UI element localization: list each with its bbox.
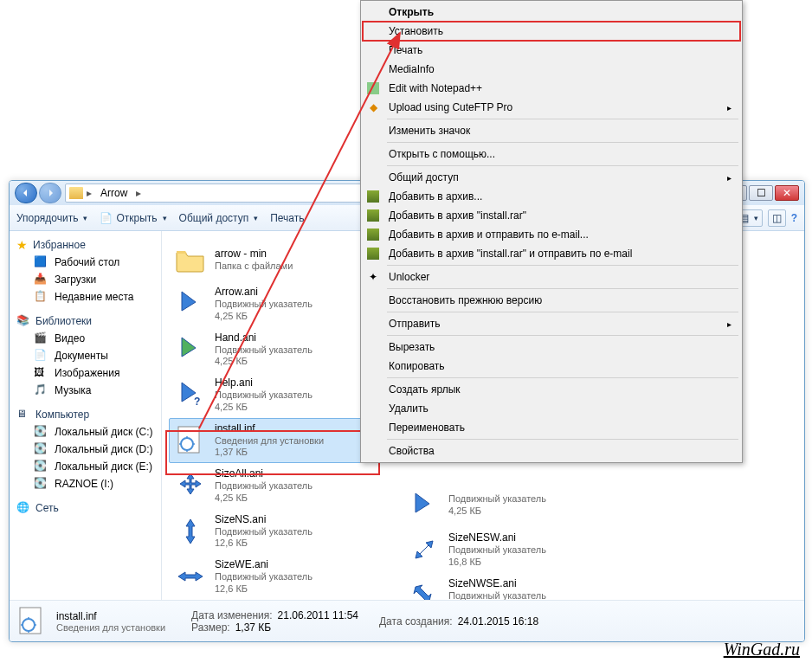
rar-icon — [366, 228, 380, 241]
file-tile[interactable]: arrow - min Папка с файлами — [169, 238, 377, 281]
favorites-header[interactable]: ★Избранное — [10, 236, 161, 254]
submenu-arrow-icon: ▸ — [727, 103, 731, 113]
menu-item[interactable]: Печать — [363, 41, 740, 60]
rar-icon — [366, 190, 380, 203]
menu-item[interactable]: Открыть с помощью... — [363, 145, 740, 164]
menu-item[interactable]: Свойства — [363, 441, 740, 460]
drive-icon: 💽 — [34, 460, 48, 473]
file-tile[interactable]: ? Help.ani Подвижный указатель 4,25 КБ — [169, 372, 377, 418]
menu-item[interactable]: Добавить в архив и отправить по e-mail..… — [363, 225, 740, 244]
menu-item[interactable]: ◆ Upload using CuteFTP Pro ▸ — [363, 98, 740, 117]
menu-item[interactable]: Восстановить прежнюю версию — [363, 291, 740, 310]
nav-music[interactable]: 🎵Музыка — [10, 382, 161, 399]
menu-item[interactable]: Создать ярлык — [363, 380, 740, 399]
file-icon — [407, 488, 441, 523]
file-tile[interactable]: SizeWE.ani Подвижный указатель 12,6 КБ — [169, 554, 377, 600]
nav-downloads[interactable]: 📥Загрузки — [10, 271, 161, 288]
menu-item[interactable]: Установить — [363, 22, 740, 41]
watermark: WinGad.ru — [724, 640, 800, 660]
open-button[interactable]: 📄Открыть — [100, 212, 166, 224]
menu-item-label: Вырезать — [389, 341, 435, 353]
file-name: SizeNWSE.ani — [448, 577, 546, 590]
menu-item[interactable]: Копировать — [363, 357, 740, 376]
file-tile[interactable]: SizeNESW.ani Подвижный указатель 16,8 КБ — [403, 527, 610, 573]
file-size: 4,25 КБ — [448, 505, 546, 518]
drive-icon: 💽 — [34, 425, 48, 439]
computer-header[interactable]: 🖥Компьютер — [10, 406, 161, 423]
file-tile[interactable]: SizeAll.ani Подвижный указатель 4,25 КБ — [169, 463, 377, 509]
nav-desktop[interactable]: 🟦Рабочий стол — [10, 254, 161, 271]
menu-item-label: Создать ярлык — [389, 383, 461, 396]
menu-item-label: Unlocker — [389, 271, 429, 283]
nav-drive-c[interactable]: 💽Локальный диск (C:) — [10, 423, 161, 441]
file-name: SizeNESW.ani — [448, 531, 546, 544]
help-button[interactable]: ? — [791, 212, 797, 224]
menu-item[interactable]: MediaInfo — [363, 60, 740, 79]
submenu-arrow-icon: ▸ — [727, 319, 731, 329]
menu-item[interactable]: Добавить в архив "install.rar" — [363, 206, 740, 225]
nav-pictures[interactable]: 🖼Изображения — [10, 364, 161, 382]
menu-separator — [387, 312, 738, 312]
nav-videos[interactable]: 🎬Видео — [10, 330, 161, 347]
network-header[interactable]: 🌐Сеть — [10, 499, 161, 517]
music-icon: 🎵 — [34, 383, 48, 397]
menu-item[interactable]: Открыть — [363, 3, 740, 22]
file-name: SizeAll.ani — [215, 467, 313, 480]
nav-back-button[interactable] — [15, 183, 37, 203]
preview-pane-button[interactable]: ◫ — [768, 209, 786, 227]
file-tile[interactable]: Arrow.ani Подвижный указатель 4,25 КБ — [169, 281, 377, 327]
nav-drive-d[interactable]: 💽Локальный диск (D:) — [10, 441, 161, 458]
drive-icon: 💽 — [34, 477, 48, 491]
file-size: 16,8 КБ — [448, 557, 546, 569]
nav-drive-e[interactable]: 💽Локальный диск (E:) — [10, 458, 161, 475]
print-button[interactable]: Печать — [270, 212, 304, 224]
menu-item[interactable]: Добавить в архив "install.rar" и отправи… — [363, 244, 740, 263]
file-tile[interactable]: Подвижный указатель 4,25 КБ — [403, 484, 610, 527]
file-name: install.inf — [215, 422, 324, 435]
svg-rect-3 — [20, 608, 41, 634]
menu-separator — [387, 119, 738, 119]
file-icon — [173, 286, 208, 321]
file-size: 12,6 КБ — [215, 583, 313, 595]
file-type: Подвижный указатель — [215, 299, 313, 311]
file-size: 12,6 КБ — [215, 537, 313, 550]
file-tile[interactable]: install.inf Сведения для установки 1,37 … — [169, 418, 377, 464]
menu-item[interactable]: Добавить в архив... — [363, 187, 740, 206]
file-name: Arrow.ani — [215, 286, 313, 299]
menu-item[interactable]: Удалить — [363, 399, 740, 418]
inf-file-icon — [16, 606, 48, 637]
menu-item[interactable]: ✦ Unlocker — [363, 267, 740, 286]
organize-button[interactable]: Упорядочить — [16, 212, 87, 224]
file-tile[interactable]: SizeNWSE.ani Подвижный указатель 16,8 КБ — [403, 573, 610, 601]
breadcrumb[interactable]: Arrow — [95, 187, 132, 199]
menu-item[interactable]: Отправить ▸ — [363, 314, 740, 333]
context-menu: Открыть Установить Печать MediaInfo Edit… — [360, 0, 743, 463]
menu-item[interactable]: Вырезать — [363, 338, 740, 357]
inf-icon: 📄 — [100, 212, 113, 224]
rar-icon — [366, 247, 380, 261]
maximize-button[interactable]: ☐ — [749, 185, 773, 201]
share-button[interactable]: Общий доступ — [179, 212, 259, 224]
menu-item[interactable]: Edit with Notepad++ — [363, 79, 740, 98]
menu-item[interactable]: Общий доступ ▸ — [363, 168, 740, 187]
nav-forward-button[interactable] — [39, 183, 61, 203]
star-icon: ★ — [16, 238, 28, 252]
menu-item-label: Восстановить прежнюю версию — [389, 294, 542, 306]
details-filename: install.inf — [56, 610, 165, 622]
file-tile[interactable]: SizeNS.ani Подвижный указатель 12,6 КБ — [169, 509, 377, 555]
nav-drive-i[interactable]: 💽RAZNOE (I:) — [10, 475, 161, 492]
menu-item-label: Добавить в архив "install.rar" — [389, 209, 526, 222]
nav-recent[interactable]: 📋Недавние места — [10, 288, 161, 306]
file-name: SizeNS.ani — [215, 513, 313, 526]
cuteftp-icon: ◆ — [366, 100, 380, 114]
file-icon — [407, 532, 441, 567]
nav-documents[interactable]: 📄Документы — [10, 347, 161, 364]
menu-item[interactable]: Переименовать — [363, 418, 740, 437]
close-button[interactable]: ✕ — [775, 185, 799, 201]
file-icon: ? — [173, 377, 208, 412]
libraries-header[interactable]: 📚Библиотеки — [10, 312, 161, 330]
file-icon — [173, 332, 208, 367]
file-tile[interactable]: Hand.ani Подвижный указатель 4,25 КБ — [169, 327, 377, 373]
menu-item[interactable]: Изменить значок — [363, 121, 740, 140]
menu-item-label: Общий доступ — [389, 171, 459, 183]
